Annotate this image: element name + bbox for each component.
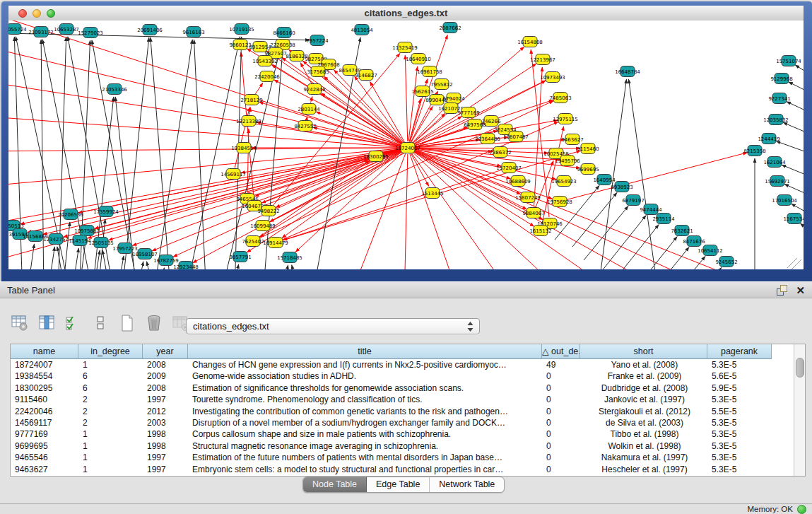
graph-node[interactable]: 6879197	[622, 195, 644, 206]
table-row[interactable]: 946554611997Estimation of the future num…	[11, 452, 794, 463]
graph-node[interactable]: 16154808	[517, 37, 543, 47]
graph-node[interactable]: 1244419	[758, 134, 779, 144]
graph-node[interactable]: 8215358	[743, 146, 765, 156]
table-cell: 9463627	[11, 464, 78, 475]
table-row[interactable]: 1456911722003Disruption of a novel membe…	[11, 417, 794, 428]
graph-node[interactable]: 10975887	[74, 226, 100, 236]
graph-edge	[783, 122, 804, 136]
graph-node[interactable]: 20691406	[137, 25, 163, 35]
table-row[interactable]: 1830029562008Estimation of significance …	[11, 382, 794, 394]
new-table-icon[interactable]	[117, 314, 136, 333]
graph-node[interactable]: 22420046	[254, 71, 280, 82]
graph-node[interactable]: 4813054	[351, 25, 373, 35]
graph-node[interactable]: 9616163	[182, 27, 204, 37]
graph-node[interactable]: 10654112	[698, 245, 723, 256]
graph-node[interactable]: 9115460	[577, 144, 599, 154]
column-header-pagerank[interactable]: pagerank	[707, 344, 772, 359]
graph-node[interactable]: 8466160	[273, 28, 295, 38]
graph-node[interactable]: 12213389	[236, 116, 261, 127]
column-header-out_de[interactable]: △ out_de...	[542, 344, 580, 359]
memory-status-indicator[interactable]	[797, 505, 806, 514]
network-canvas[interactable]: 2405572421093172106532871527902320691406…	[8, 21, 804, 269]
graph-node[interactable]: 9857791	[229, 252, 251, 262]
graph-node[interactable]: 24055724	[8, 24, 27, 35]
delete-entries-icon[interactable]	[144, 314, 163, 333]
graph-node[interactable]: 1621064	[763, 157, 786, 168]
graph-node[interactable]: 17016504	[772, 195, 797, 206]
graph-node[interactable]: 15279023	[78, 28, 103, 38]
graph-node-label: 15807249	[515, 195, 541, 201]
graph-node-label: 12342757	[43, 237, 69, 243]
tab-node-table[interactable]: Node Table	[303, 477, 367, 492]
graph-node[interactable]: 2935114	[652, 214, 675, 224]
close-panel-icon[interactable]: ✕	[796, 285, 805, 296]
graph-node[interactable]: 1167534	[783, 214, 804, 224]
graph-node[interactable]: 9463627	[561, 134, 583, 145]
graph-node[interactable]: 10653287	[54, 24, 79, 35]
table-row[interactable]: 946362711997Embryonic stem cells: a mode…	[11, 464, 794, 475]
graph-node[interactable]: 10973493	[540, 72, 565, 83]
node-table: namein_degreeyeartitle△ out_de...shortpa…	[10, 344, 806, 477]
table-row[interactable]: 969969511998Structural magnetic resonanc…	[11, 440, 794, 452]
graph-node-label: 2935114	[652, 216, 675, 222]
table-row[interactable]: 977716911998Corpus callosum shape and si…	[11, 428, 794, 440]
graph-node[interactable]: 15718485	[277, 252, 302, 263]
graph-node[interactable]: 9699695	[577, 164, 599, 175]
graph-node[interactable]: 18640910	[406, 54, 431, 64]
column-header-title[interactable]: title	[188, 344, 542, 359]
graph-node[interactable]: 7957224	[306, 35, 329, 46]
graph-node[interactable]: 16961758	[417, 66, 442, 77]
table-row[interactable]: 911546021997Tourette syndrome. Phenomeno…	[11, 394, 794, 405]
table-row[interactable]: 1872400712008Changes of HCN gene express…	[11, 359, 794, 370]
graph-node[interactable]: 9245652	[715, 257, 737, 267]
graph-edge	[413, 150, 800, 269]
table-settings-icon[interactable]	[10, 314, 29, 333]
graph-node[interactable]: 7632621	[671, 226, 693, 236]
graph-node[interactable]: 19654923	[551, 176, 577, 187]
tab-network-table[interactable]: Network Table	[430, 477, 504, 492]
column-header-name[interactable]: name	[11, 344, 78, 359]
float-panel-icon[interactable]	[777, 285, 787, 296]
column-header-in_degree[interactable]: in_degree	[78, 344, 143, 359]
graph-node[interactable]: 10688609	[505, 176, 531, 187]
graph-node[interactable]: 16099489	[250, 221, 276, 231]
graph-node[interactable]: 19756928	[547, 197, 572, 207]
graph-node[interactable]: 12213967	[530, 54, 555, 65]
graph-node[interactable]: 21093172	[28, 27, 54, 37]
row-height-icon[interactable]	[90, 314, 110, 333]
table-row[interactable]: 2242004622012Investigating the contribut…	[11, 406, 794, 417]
graph-node[interactable]: 17359924	[93, 206, 119, 217]
column-header-short[interactable]: short	[580, 344, 707, 359]
graph-node[interactable]: 8471676	[683, 236, 705, 247]
graph-node[interactable]: 11325419	[392, 42, 418, 53]
table-scrollbar-thumb[interactable]	[796, 358, 804, 378]
table-scrollbar[interactable]	[794, 344, 805, 476]
graph-node[interactable]: 19384554	[231, 143, 257, 153]
graph-node-label: 19495796	[555, 158, 580, 164]
graph-node[interactable]: 9860123	[229, 40, 251, 50]
table-cell: 1998	[143, 440, 188, 452]
table-cell: 5.3E-5	[707, 452, 772, 463]
graph-node[interactable]: 2718129	[240, 95, 262, 105]
window-titlebar[interactable]: citations_edges.txt	[8, 6, 804, 21]
graph-node[interactable]: 12505135	[88, 238, 114, 248]
table-cell: 1	[78, 428, 143, 440]
table-row[interactable]: 1938455462009Genome-wide association stu…	[11, 370, 794, 382]
graph-node[interactable]: 2087662	[439, 23, 461, 33]
graph-node[interactable]: 15751074	[776, 56, 801, 66]
table-cell: 5.6E-5	[707, 370, 772, 382]
graph-node[interactable]: 7955812	[430, 79, 452, 90]
graph-node[interactable]: 10719135	[229, 24, 254, 35]
graph-node[interactable]: 2803144	[298, 104, 320, 115]
table-cell: 0	[542, 370, 580, 382]
graph-edge	[27, 244, 34, 269]
column-header-year[interactable]: year	[143, 344, 188, 359]
tab-edge-table[interactable]: Edge Table	[367, 477, 430, 492]
graph-node-label: 15718485	[277, 255, 302, 261]
table-selector-dropdown[interactable]: citations_edges.txt	[186, 318, 480, 334]
graph-node[interactable]: 16648784	[615, 66, 640, 77]
column-select-icon[interactable]	[37, 314, 56, 333]
graph-node[interactable]: 21053346	[102, 84, 127, 95]
row-select-icon[interactable]	[64, 314, 83, 333]
graph-node[interactable]: 8427552	[294, 121, 316, 132]
